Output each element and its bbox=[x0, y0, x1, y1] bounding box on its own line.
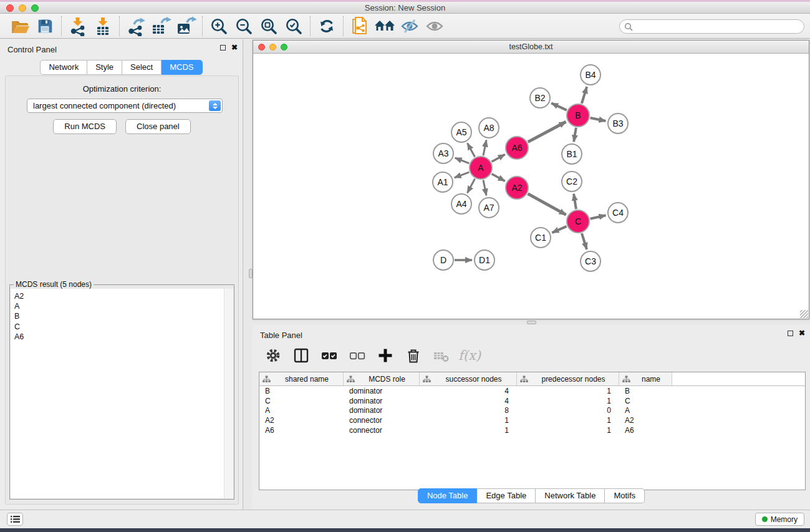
show-columns-button[interactable] bbox=[292, 346, 311, 365]
graph-node-C1[interactable]: C1 bbox=[530, 227, 551, 248]
graph-edge-A-A3[interactable] bbox=[455, 158, 470, 163]
table-cell[interactable]: 1 bbox=[420, 416, 517, 425]
graph-node-D[interactable]: D bbox=[433, 249, 454, 271]
tab-style[interactable]: Style bbox=[87, 60, 122, 75]
task-history-button[interactable] bbox=[7, 513, 23, 526]
table-settings-button[interactable] bbox=[264, 346, 282, 365]
close-panel-icon[interactable]: ✖ bbox=[231, 45, 238, 51]
mcds-result-item[interactable]: C bbox=[14, 322, 224, 332]
graph-node-B2[interactable]: B2 bbox=[529, 87, 551, 109]
table-cell[interactable]: A bbox=[259, 406, 344, 415]
deselect-all-button[interactable] bbox=[348, 346, 367, 365]
column-header-shared-name[interactable]: shared name bbox=[259, 372, 344, 385]
mcds-result-list[interactable]: A2ABCA6 bbox=[11, 289, 224, 498]
graph-node-C3[interactable]: C3 bbox=[580, 251, 601, 272]
column-header-successor-nodes[interactable]: successor nodes bbox=[420, 372, 517, 385]
table-row[interactable]: Cdominator41C bbox=[259, 396, 805, 406]
search-input[interactable] bbox=[619, 19, 804, 34]
select-all-button[interactable] bbox=[320, 346, 339, 365]
memory-button[interactable]: Memory bbox=[755, 513, 804, 526]
table-cell[interactable]: 1 bbox=[517, 416, 619, 425]
table-cell[interactable]: 8 bbox=[420, 406, 517, 415]
table-cell[interactable]: 1 bbox=[517, 387, 619, 395]
graph-edge-B-B1[interactable] bbox=[574, 128, 576, 142]
table-cell[interactable]: A6 bbox=[619, 426, 672, 435]
graph-edge-B-B4[interactable] bbox=[582, 87, 587, 104]
graph-edge-A-A4[interactable] bbox=[467, 179, 475, 193]
graph-node-B[interactable]: B bbox=[566, 104, 590, 127]
float-table-panel-icon[interactable] bbox=[788, 331, 793, 336]
graph-edge-B-B3[interactable] bbox=[591, 118, 606, 121]
table-cell[interactable]: 4 bbox=[420, 397, 517, 405]
table-cell[interactable]: connector bbox=[344, 416, 420, 425]
mcds-result-item[interactable]: A bbox=[14, 301, 224, 311]
delete-column-button[interactable] bbox=[404, 346, 423, 365]
vertical-splitter-handle[interactable] bbox=[249, 269, 253, 278]
table-cell[interactable]: C bbox=[259, 397, 344, 405]
export-network-button[interactable] bbox=[123, 16, 148, 37]
graph-edge-C-C2[interactable] bbox=[574, 194, 576, 209]
graph-edge-C-C3[interactable] bbox=[582, 233, 587, 249]
close-table-panel-icon[interactable]: ✖ bbox=[799, 331, 805, 336]
close-panel-button[interactable]: Close panel bbox=[125, 119, 191, 134]
graph-node-A8[interactable]: A8 bbox=[478, 117, 499, 138]
save-session-button[interactable] bbox=[32, 16, 57, 37]
column-header-predecessor-nodes[interactable]: predecessor nodes bbox=[517, 372, 619, 385]
result-scrollbar[interactable] bbox=[224, 289, 233, 498]
table-cell[interactable]: A bbox=[619, 406, 672, 415]
table-cell[interactable]: 0 bbox=[517, 406, 619, 415]
table-cell[interactable]: A2 bbox=[619, 416, 672, 425]
criterion-dropdown[interactable]: largest connected component (directed) bbox=[27, 99, 223, 113]
table-cell[interactable]: dominator bbox=[344, 397, 420, 405]
graph-edge-A-A6[interactable] bbox=[492, 155, 505, 162]
window-resize-grip[interactable] bbox=[800, 310, 808, 318]
home-button[interactable] bbox=[372, 16, 397, 37]
hide-selected-button[interactable] bbox=[397, 16, 422, 37]
graph-edge-A-A2[interactable] bbox=[492, 174, 505, 181]
create-column-button[interactable] bbox=[376, 346, 395, 365]
graph-edge-A-A7[interactable] bbox=[483, 180, 486, 196]
table-cell[interactable]: B bbox=[619, 387, 672, 395]
tab-network-table[interactable]: Network Table bbox=[536, 488, 605, 503]
export-table-button[interactable] bbox=[148, 16, 173, 37]
graph-node-D1[interactable]: D1 bbox=[474, 249, 495, 271]
tab-edge-table[interactable]: Edge Table bbox=[477, 488, 536, 503]
mcds-result-item[interactable]: A2 bbox=[14, 291, 224, 301]
column-header-MCDS-role[interactable]: MCDS role bbox=[344, 372, 420, 385]
graph-node-A1[interactable]: A1 bbox=[432, 172, 453, 193]
graph-node-B1[interactable]: B1 bbox=[561, 143, 582, 165]
table-cell[interactable]: 4 bbox=[420, 387, 517, 395]
tab-motifs[interactable]: Motifs bbox=[605, 488, 645, 503]
import-table-button[interactable] bbox=[90, 16, 115, 37]
graph-edge-B-B2[interactable] bbox=[551, 103, 567, 110]
graph-node-B4[interactable]: B4 bbox=[580, 64, 601, 85]
graph-edge-A-A1[interactable] bbox=[455, 172, 470, 178]
show-all-button[interactable] bbox=[422, 16, 447, 37]
table-row[interactable]: A6connector11A6 bbox=[259, 425, 805, 435]
graph-edge-A2-C[interactable] bbox=[528, 194, 566, 215]
table-cell[interactable]: dominator bbox=[344, 387, 420, 395]
table-cell[interactable]: 1 bbox=[517, 397, 619, 405]
graph-edge-A-A5[interactable] bbox=[468, 143, 475, 157]
graph-node-A4[interactable]: A4 bbox=[451, 193, 472, 215]
graph-node-A6[interactable]: A6 bbox=[505, 136, 529, 160]
horizontal-splitter-handle[interactable] bbox=[527, 321, 536, 324]
search-text-field[interactable] bbox=[635, 22, 791, 31]
table-cell[interactable]: B bbox=[259, 387, 344, 395]
table-cell[interactable]: 1 bbox=[517, 426, 619, 435]
graph-node-C2[interactable]: C2 bbox=[561, 171, 582, 192]
graph-node-C[interactable]: C bbox=[566, 210, 590, 233]
table-cell[interactable]: C bbox=[619, 397, 672, 405]
table-row[interactable]: Bdominator41B bbox=[259, 386, 805, 396]
graph-edge-C-C4[interactable] bbox=[591, 215, 606, 218]
tab-node-table[interactable]: Node Table bbox=[418, 488, 478, 503]
graph-node-A[interactable]: A bbox=[469, 156, 493, 180]
table-cell[interactable]: A6 bbox=[259, 426, 344, 435]
zoom-fit-button[interactable] bbox=[256, 16, 281, 37]
table-cell[interactable]: A2 bbox=[259, 416, 344, 425]
export-image-button[interactable] bbox=[173, 16, 198, 37]
table-cell[interactable]: 1 bbox=[420, 426, 517, 435]
mcds-result-item[interactable]: B bbox=[14, 311, 224, 321]
table-row[interactable]: A2connector11A2 bbox=[259, 415, 805, 425]
tab-network[interactable]: Network bbox=[40, 60, 87, 75]
